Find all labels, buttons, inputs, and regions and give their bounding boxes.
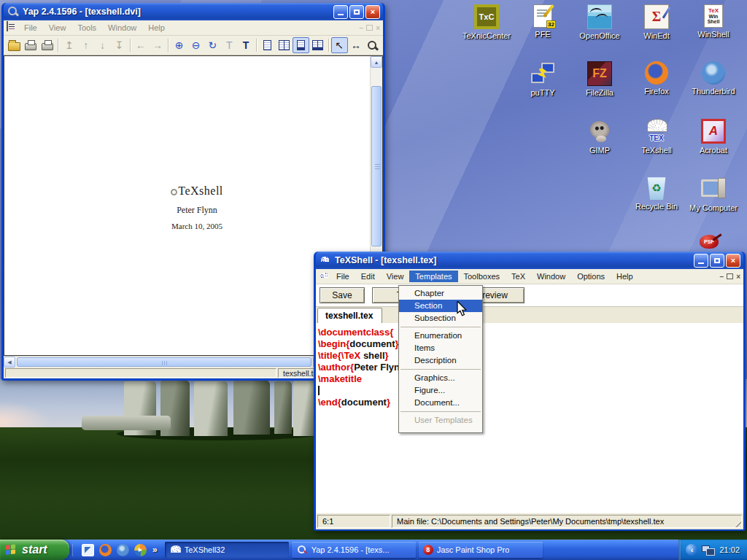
yap-minimize-button[interactable] (333, 5, 348, 19)
templates-menu-item-enumeration[interactable]: Enumeration (399, 330, 482, 342)
yap-maximize-button[interactable] (349, 5, 364, 19)
texshell-close-button[interactable]: × (726, 254, 740, 268)
yap-tool-continuous-view[interactable] (276, 37, 293, 53)
yap-tool-forward[interactable]: → (150, 37, 166, 53)
network-status-icon[interactable] (702, 545, 715, 555)
texshell-menu-file[interactable]: File (330, 271, 355, 282)
yap-tool-select-tool[interactable]: ↖ (331, 37, 348, 53)
texshell-menu-toolboxes[interactable]: Toolboxes (458, 271, 506, 282)
texshell-menu-help[interactable]: Help (611, 271, 639, 282)
yap-tool-magnifier-tool[interactable] (364, 37, 381, 53)
desktop-icon-texniccenter[interactable]: TxCTeXnicCenter (458, 4, 515, 40)
texshell-menu-window[interactable]: Window (531, 271, 571, 282)
yap-tool-text-select[interactable]: T (238, 37, 255, 53)
texshell-titlebar[interactable]: TeXShell - [texshell.tex] × (316, 252, 743, 269)
desktop-icon-thunderbird[interactable]: Thunderbird (685, 61, 742, 96)
desktop-icon-recyclebin[interactable]: ♻Recycle Bin (628, 176, 685, 211)
taskbar-button-label: Jasc Paint Shop Pro (437, 545, 510, 554)
yap-tool-zoom-in[interactable]: ⊕ (171, 37, 187, 53)
mdi-restore-icon[interactable] (727, 273, 733, 279)
tab-texshell-tex[interactable]: texshell.tex (317, 308, 382, 323)
yap-tool-next-page[interactable]: ↓ (94, 37, 111, 53)
vertical-scroll-thumb[interactable] (371, 86, 382, 246)
yap-tool-print-page[interactable] (39, 37, 56, 53)
quick-launch-show-desktop[interactable] (82, 544, 94, 556)
ruler-icon: T (226, 40, 233, 50)
desktop-icon-acrobat[interactable]: AAcrobat (685, 119, 742, 155)
quick-launch-overflow-chevron[interactable]: » (152, 545, 158, 555)
taskbar-clock[interactable]: 21:02 (719, 545, 740, 554)
desktop-icon-gimp[interactable]: GIMP (571, 119, 628, 155)
texshell-menu-templates[interactable]: Templates (409, 271, 457, 282)
desktop-icon-openoffice[interactable]: OpenOffice (571, 4, 628, 40)
mdi-close-icon[interactable]: × (376, 24, 380, 32)
texshell-editor[interactable]: \documentclass{\begin{document}\title{\T… (316, 323, 743, 513)
desktop-icon-label: WinShell (685, 30, 742, 39)
yap-tool-single-page-view[interactable] (259, 37, 276, 53)
texshell-app-icon (320, 254, 331, 266)
yap-titlebar[interactable]: Yap 2.4.1596 - [texshell.dvi] × (4, 3, 383, 20)
templates-menu-item-description[interactable]: Description (399, 354, 482, 367)
templates-menu-item-section[interactable]: Section (399, 300, 482, 312)
mdi-restore-icon[interactable] (366, 25, 373, 31)
templates-menu-item-items[interactable]: Items (399, 342, 482, 354)
taskbar-button-yap-2-4-1596-texs[interactable]: Yap 2.4.1596 - [texs... (292, 542, 416, 558)
mdi-minimize-icon[interactable]: – (720, 273, 724, 281)
yap-tool-open[interactable] (6, 37, 23, 53)
yap-tool-zoom-out[interactable]: ⊖ (187, 37, 204, 53)
texshell-save-button[interactable]: Save (320, 287, 365, 303)
scroll-up-button[interactable]: ▲ (371, 56, 382, 68)
yap-tool-pan-tool[interactable]: ↔ (348, 37, 365, 53)
desktop-icon-mycomputer[interactable]: My Computer (685, 176, 742, 212)
quick-launch-thunderbird[interactable] (117, 544, 129, 556)
icon-glyph: A (709, 124, 718, 139)
yap-tool-refresh[interactable]: ↻ (204, 37, 221, 53)
templates-menu-item-subsection[interactable]: Subsection (399, 312, 482, 324)
desktop-icon-pfe[interactable]: 32PFE (514, 4, 571, 39)
yap-menu-help[interactable]: Help (142, 22, 171, 34)
yap-menu-view[interactable]: View (43, 22, 72, 34)
yap-tool-back[interactable]: ← (133, 37, 150, 53)
scroll-left-button[interactable]: ◀ (4, 357, 15, 368)
templates-menu-item-graphics[interactable]: Graphics... (399, 372, 482, 384)
templates-menu-item-figure[interactable]: Figure... (399, 384, 482, 397)
yap-close-button[interactable]: × (365, 5, 380, 19)
taskbar-button-jasc-paint-shop-pro[interactable]: 8Jasc Paint Shop Pro (419, 542, 543, 558)
desktop-icon-filezilla[interactable]: FZFileZilla (571, 61, 628, 97)
maximize-icon (714, 258, 720, 263)
texshell-maximize-button[interactable] (710, 254, 724, 268)
yap-tool-continuous-fit-view[interactable] (309, 37, 326, 53)
yap-window-title: Yap 2.4.1596 - [texshell.dvi] (23, 7, 332, 17)
start-button[interactable]: start (0, 540, 69, 560)
yap-menu-window[interactable]: Window (102, 22, 142, 34)
yap-menu-tools[interactable]: Tools (71, 22, 102, 34)
desktop-icon-texshell[interactable]: TEXTeXshell (628, 119, 685, 155)
horizontal-scroll-thumb[interactable] (17, 357, 311, 367)
texshell-menu-tex[interactable]: TeX (506, 271, 531, 282)
desktop-icon-winedt[interactable]: ΣWinEdt (628, 4, 685, 40)
tray-collapse-button[interactable]: ‹ (686, 544, 697, 556)
yap-menu-file[interactable]: File (18, 22, 43, 34)
quick-launch-firefox[interactable] (99, 544, 112, 556)
yap-tool-first-page[interactable]: ↥ (61, 37, 77, 53)
yap-tool-print[interactable] (23, 37, 39, 53)
desktop-icon-putty[interactable]: puTTY (514, 61, 571, 97)
texshell-menu-edit[interactable]: Edit (355, 271, 381, 282)
yap-tool-ruler[interactable]: T (221, 37, 238, 53)
dvi-title: TeXshell (139, 184, 255, 198)
desktop-icon-winshell[interactable]: TeXWin ShellWinShell (685, 4, 742, 39)
templates-menu-item-chapter[interactable]: Chapter (399, 287, 482, 300)
texshell-minimize-button[interactable] (694, 254, 708, 268)
taskbar-button-texshell32[interactable]: TeXShell32 (165, 542, 289, 558)
yap-tool-page-fit-view[interactable] (293, 37, 309, 53)
desktop-icon-firefox[interactable]: Firefox (628, 61, 685, 96)
quick-launch-media-player[interactable]: ▶ (134, 544, 147, 556)
texshell-menu-view[interactable]: View (381, 271, 410, 282)
mdi-close-icon[interactable]: × (736, 273, 740, 281)
texshell-menu-options[interactable]: Options (571, 271, 611, 282)
yap-tool-last-page[interactable]: ↧ (111, 37, 128, 53)
close-icon: × (731, 256, 735, 265)
templates-menu-item-document[interactable]: Document... (399, 397, 482, 409)
yap-tool-previous-page[interactable]: ↑ (77, 37, 94, 53)
mdi-minimize-icon[interactable]: – (360, 24, 364, 32)
